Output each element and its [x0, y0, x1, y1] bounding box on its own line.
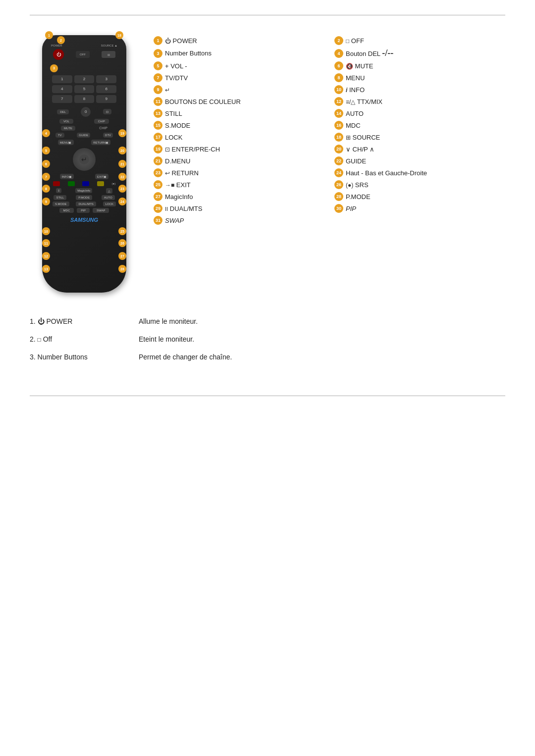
nav-center[interactable]: ↵: [79, 154, 89, 164]
legend-text-19: ⊡ ENTER/PRE-CH: [165, 146, 220, 153]
exit-button[interactable]: EXIT▣: [95, 174, 108, 179]
legend-num-5: 5: [154, 61, 162, 70]
legend-num-18: 18: [334, 133, 343, 142]
num-3[interactable]: 3: [96, 75, 116, 83]
swap-button[interactable]: SWAP: [93, 208, 109, 213]
return-button[interactable]: RETURN▣: [91, 140, 110, 145]
source-button[interactable]: ⊞: [102, 51, 115, 58]
srs-button[interactable]: (●): [112, 182, 116, 185]
menu-button[interactable]: MENU▣: [58, 140, 74, 145]
legend-text-29: II DUAL/MTS: [165, 205, 202, 212]
badge-12: 12: [42, 252, 50, 260]
off-button[interactable]: OFF: [76, 51, 90, 58]
legend-item-14: 14AUTO: [334, 108, 505, 119]
num-9[interactable]: 9: [96, 95, 116, 103]
color-red[interactable]: [53, 181, 60, 186]
legend-text-23: ↩ RETURN: [165, 169, 199, 177]
legend-num-24: 24: [334, 168, 343, 177]
badge-11: 11: [42, 239, 50, 247]
mute-button[interactable]: MUTE: [61, 126, 75, 131]
legend-num-13: 13: [154, 109, 162, 118]
badge-24: 24: [118, 198, 126, 205]
color-blue[interactable]: [82, 181, 89, 186]
legend-text-1: ⏻ POWER: [165, 37, 197, 45]
legend-text-10: i INFO: [346, 86, 365, 94]
legend-item-11: 11BOUTONS DE COULEUR: [154, 96, 324, 107]
ttx-btn2[interactable]: △: [106, 188, 112, 194]
ttx-btn1[interactable]: ≡: [56, 188, 62, 193]
tv-button[interactable]: TV: [55, 133, 64, 138]
smode-button[interactable]: S.MODE: [53, 202, 69, 206]
still-button[interactable]: STILL: [54, 195, 66, 200]
legend-item-3: 3Number Buttons: [154, 47, 324, 59]
auto-button[interactable]: AUTO: [102, 195, 115, 200]
color-green[interactable]: [68, 181, 75, 186]
legend-num-14: 14: [334, 109, 343, 118]
num-4[interactable]: 4: [52, 85, 72, 93]
badge-10: 10: [42, 227, 50, 235]
num-1[interactable]: 1: [52, 75, 72, 83]
legend-text-21: D.MENU: [165, 157, 190, 165]
bottom-section: 1. ⏻ POWERAllume le moniteur.2. □ OffEte…: [0, 307, 535, 386]
power-button[interactable]: ⏻: [53, 49, 64, 60]
num-5[interactable]: 5: [74, 85, 95, 93]
legend-text-20: ∨ CH/P ∧: [346, 146, 374, 153]
nav-circle[interactable]: ↵: [72, 147, 97, 172]
num-7[interactable]: 7: [52, 95, 72, 103]
pre-ch-button[interactable]: ⊡: [103, 109, 111, 114]
legend-text-12: ≡/△ TTX/MIX: [346, 98, 382, 105]
legend-num-28: 28: [334, 192, 343, 201]
legend-item-26: 26(●) SRS: [334, 179, 505, 190]
legend-text-27: MagicInfo: [165, 193, 193, 201]
badge-19: 19: [118, 129, 126, 137]
dual-mts-button[interactable]: DUAL/MTS: [76, 202, 96, 206]
remote-container: 1 2 18 POWER SOURCE ▲ ⏻ OFF ⊞ 3 1 2 3: [30, 35, 139, 293]
pip-button[interactable]: PIP: [77, 208, 90, 213]
badge-9: 9: [42, 198, 50, 205]
legend-num-31: 31: [154, 216, 162, 225]
num-6[interactable]: 6: [96, 85, 116, 93]
legend-item-8: 8MENU: [334, 72, 505, 83]
num-8[interactable]: 8: [74, 95, 95, 103]
legend-text-15: S.MODE: [165, 122, 190, 129]
legend-item-29: 29II DUAL/MTS: [154, 203, 324, 214]
badge-18: 18: [115, 31, 123, 39]
legend-num-3: 3: [154, 49, 162, 58]
legend-item-2: 2□ OFF: [334, 35, 505, 46]
legend-item-4: 4Bouton DEL -/--: [334, 47, 505, 59]
badge-21: 21: [118, 160, 126, 168]
del-button[interactable]: DEL: [57, 109, 69, 114]
zero-button[interactable]: 0: [81, 107, 91, 117]
legend-item-18: 18⊞ SOURCE: [334, 132, 505, 143]
vol-button[interactable]: VOL: [59, 119, 73, 124]
color-yellow[interactable]: [97, 181, 104, 186]
legend-text-9: ↵: [165, 86, 170, 94]
dtv-button[interactable]: DTV: [103, 133, 113, 138]
ch-p-button[interactable]: CH/P: [94, 119, 109, 124]
desc-item-1: 1. ⏻ POWERAllume le moniteur.: [30, 317, 505, 325]
legend-num-23: 23: [154, 168, 162, 177]
desc-value-2: Eteint le moniteur.: [139, 335, 194, 343]
legend-text-2: □ OFF: [346, 37, 364, 45]
desc-label-1: 1. ⏻ POWER: [30, 317, 129, 325]
legend-num-7: 7: [154, 73, 162, 82]
legend-text-18: ⊞ SOURCE: [346, 134, 380, 141]
num-2[interactable]: 2: [74, 75, 95, 83]
p-mode-button[interactable]: P.MODE: [76, 195, 92, 200]
legend-num-15: 15: [154, 121, 162, 130]
info-button[interactable]: INFO▣: [60, 174, 74, 179]
legend-num-27: 27: [154, 192, 162, 201]
guide-button[interactable]: GUIDE: [77, 133, 90, 138]
legend-text-31: SWAP: [165, 217, 184, 224]
legend-text-13: STILL: [165, 110, 182, 117]
mdc-button[interactable]: MDC: [59, 208, 74, 213]
legend-num-11: 11: [154, 97, 162, 106]
badge-2: 2: [57, 36, 65, 44]
legend-num-30: 30: [334, 204, 343, 213]
legend-text-16: MDC: [346, 122, 361, 129]
legend-text-7: TV/DTV: [165, 74, 188, 82]
badge-8: 8: [42, 185, 50, 193]
magic-info-btn[interactable]: MagicInfo: [75, 188, 92, 193]
lock-button[interactable]: LOCK: [103, 202, 116, 206]
badge-28-29: 28: [118, 265, 126, 273]
